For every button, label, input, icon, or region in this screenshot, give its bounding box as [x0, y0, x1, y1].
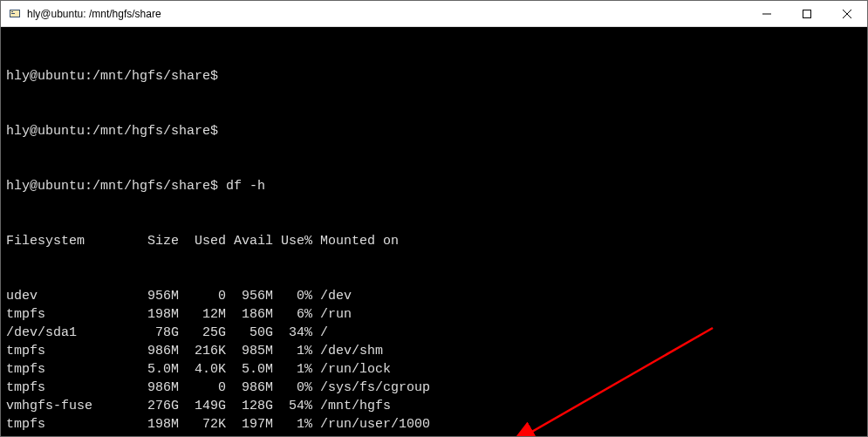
- df-row: vmhgfs-fuse 276G 149G 128G 54% /mnt/hgfs: [6, 397, 862, 415]
- command-line: hly@ubuntu:/mnt/hgfs/share$ df -h: [6, 177, 862, 195]
- df-row: tmpfs 198M 72K 197M 1% /run/user/1000: [6, 415, 862, 434]
- df-row: tmpfs 986M 0 986M 0% /sys/fs/cgroup: [6, 379, 862, 397]
- df-row: /dev/sda1 78G 25G 50G 34% /: [6, 324, 862, 342]
- close-button[interactable]: [827, 1, 867, 27]
- terminal-window: hly@ubuntu: /mnt/hgfs/share hly@ubuntu:/…: [0, 0, 868, 437]
- df-header: Filesystem Size Used Avail Use% Mounted …: [6, 232, 862, 250]
- prompt-line: hly@ubuntu:/mnt/hgfs/share$: [6, 67, 862, 85]
- titlebar[interactable]: hly@ubuntu: /mnt/hgfs/share: [1, 1, 867, 27]
- df-output: udev 956M 0 956M 0% /devtmpfs 198M 12M 1…: [6, 287, 862, 436]
- df-row: tmpfs 5.0M 4.0K 5.0M 1% /run/lock: [6, 360, 862, 379]
- df-row: udev 956M 0 956M 0% /dev: [6, 287, 862, 305]
- df-row: /dev/sr0 1.6G 1.6G 0 100% /media/hly/Ubu…: [6, 434, 862, 436]
- terminal-body[interactable]: hly@ubuntu:/mnt/hgfs/share$ hly@ubuntu:/…: [1, 27, 867, 436]
- minimize-button[interactable]: [747, 1, 787, 27]
- putty-icon: [8, 7, 22, 21]
- prompt-line: hly@ubuntu:/mnt/hgfs/share$: [6, 122, 862, 140]
- maximize-button[interactable]: [787, 1, 827, 27]
- df-row: tmpfs 198M 12M 186M 6% /run: [6, 305, 862, 324]
- window-title: hly@ubuntu: /mnt/hgfs/share: [27, 8, 161, 20]
- df-row: tmpfs 986M 216K 985M 1% /dev/shm: [6, 342, 862, 360]
- svg-rect-5: [803, 10, 811, 17]
- svg-rect-3: [11, 13, 15, 14]
- svg-rect-2: [11, 11, 13, 12]
